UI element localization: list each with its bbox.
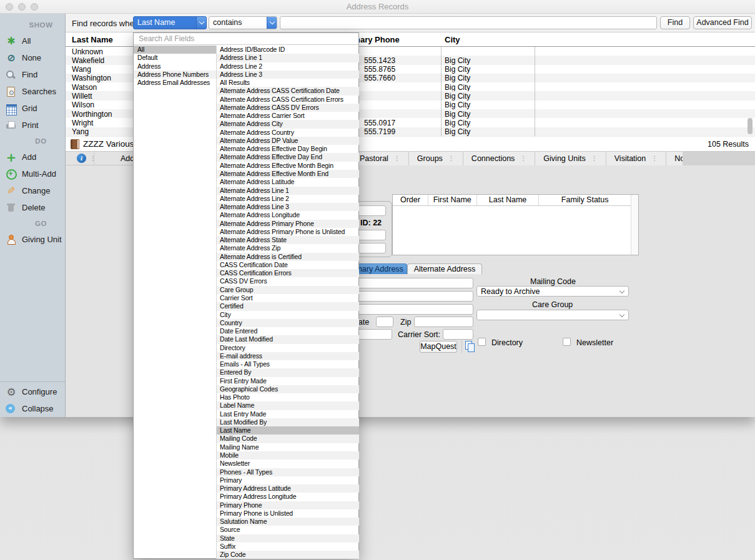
dropdown-field-item[interactable]: Source <box>217 526 359 534</box>
dropdown-field-item[interactable]: Date Entered <box>217 327 359 335</box>
dropdown-field-item[interactable]: Address Line 3 <box>217 71 359 79</box>
results-scrollbar[interactable] <box>747 48 753 135</box>
dropdown-field-item[interactable]: Alternate Address CASS DV Errors <box>217 104 359 112</box>
advanced-find-button[interactable]: Advanced Find <box>693 16 752 29</box>
copy-address-icon[interactable] <box>461 340 474 353</box>
dropdown-field-item[interactable]: First Entry Made <box>217 377 359 385</box>
newsletter-checkbox[interactable] <box>563 338 571 346</box>
members-column-family-status[interactable]: Family Status <box>539 195 631 205</box>
dropdown-category-item[interactable]: Address Email Addresses <box>134 79 216 87</box>
dropdown-field-item[interactable]: Last Entry Made <box>217 410 359 418</box>
dropdown-field-item[interactable]: Mobile <box>217 451 359 459</box>
dropdown-field-item[interactable]: Phones - All Types <box>217 468 359 476</box>
dropdown-field-item[interactable]: Alternate Address Line 2 <box>217 195 359 203</box>
directory-checkbox[interactable] <box>478 338 486 346</box>
dropdown-field-item[interactable]: Salutation Name <box>217 518 359 526</box>
results-scrollbar-thumb[interactable] <box>748 118 753 134</box>
sidebar-item[interactable]: GO <box>0 216 65 231</box>
operator-select[interactable]: contains <box>209 16 277 29</box>
field-select-chevron-icon[interactable] <box>196 17 206 29</box>
dropdown-field-item[interactable]: Newsletter <box>217 459 359 468</box>
dropdown-field-item[interactable]: Zip Code <box>217 551 359 559</box>
dropdown-field-item[interactable]: Care Group <box>217 286 359 294</box>
dropdown-field-item[interactable]: Address ID/Barcode ID <box>217 46 359 54</box>
record-tab[interactable]: Pastoral ⋮ <box>352 152 409 165</box>
dropdown-field-item[interactable]: Alternate Address Effective Month End <box>217 170 359 178</box>
column-header-city[interactable]: City <box>445 35 460 44</box>
sidebar-item[interactable]: Multi-Add <box>0 165 65 182</box>
dropdown-field-item[interactable]: Address Line 2 <box>217 62 359 71</box>
dropdown-search-input[interactable]: Search All Fields <box>134 33 358 45</box>
dropdown-field-item[interactable]: Last Modified By <box>217 418 359 426</box>
sidebar-item[interactable]: Print <box>0 117 65 134</box>
sidebar-item[interactable]: SHOW <box>0 17 65 32</box>
record-tab[interactable]: Giving Units ⋮ <box>535 152 606 165</box>
dropdown-field-item[interactable]: Carrier Sort <box>217 294 359 302</box>
sidebar-footer-item[interactable]: Collapse <box>0 400 65 417</box>
dropdown-field-item[interactable]: Primary <box>217 476 359 484</box>
sidebar-item[interactable]: All <box>0 32 65 49</box>
dropdown-field-item[interactable]: Alternate Address CASS Certification Dat… <box>217 87 359 95</box>
dropdown-field-item[interactable]: CASS Certification Date <box>217 261 359 269</box>
operator-select-chevron-icon[interactable] <box>267 17 277 29</box>
dropdown-field-item[interactable]: Mailing Name <box>217 443 359 451</box>
dropdown-category-item[interactable]: Address <box>134 62 216 71</box>
sidebar-item[interactable]: Giving Unit <box>0 231 65 248</box>
dropdown-field-item[interactable]: Primary Phone <box>217 501 359 509</box>
dropdown-field-item[interactable]: Certified <box>217 302 359 310</box>
members-column-order[interactable]: Order <box>393 195 428 205</box>
address-line-1-field[interactable] <box>341 278 473 288</box>
dropdown-field-item[interactable]: Alternate Address DP Value <box>217 137 359 145</box>
find-button[interactable]: Find <box>660 16 690 29</box>
dropdown-field-item[interactable]: Emails - All Types <box>217 360 359 368</box>
dropdown-field-item[interactable]: Alternate Address CASS Certification Err… <box>217 96 359 104</box>
dropdown-field-item[interactable]: Alternate Address Primary Phone is Unlis… <box>217 228 359 236</box>
dropdown-field-item[interactable]: Alternate Address Country <box>217 129 359 137</box>
dropdown-category-item[interactable]: Address Phone Numbers <box>134 71 216 79</box>
dropdown-field-item[interactable]: Alternate Address Carrier Sort <box>217 112 359 120</box>
sidebar-item[interactable]: None <box>0 49 65 66</box>
record-tab[interactable]: Visitation ⋮ <box>606 152 667 165</box>
dropdown-field-item[interactable]: Has Photo <box>217 393 359 401</box>
dropdown-field-item[interactable]: Alternate Address State <box>217 236 359 244</box>
dropdown-category-item[interactable]: Default <box>134 54 216 62</box>
dropdown-field-item[interactable]: Mailing Code <box>217 435 359 443</box>
dropdown-field-item[interactable]: City <box>217 311 359 319</box>
dropdown-field-item[interactable]: Alternate Address Effective Month Begin <box>217 162 359 170</box>
dropdown-field-item[interactable]: Country <box>217 319 359 327</box>
mailing-code-select[interactable]: Ready to Archive <box>476 286 629 297</box>
dropdown-field-item[interactable]: Entered By <box>217 368 359 376</box>
dropdown-field-item[interactable]: Primary Address Latitude <box>217 484 359 493</box>
dropdown-field-item[interactable]: Alternate Address Longitude <box>217 211 359 219</box>
dropdown-field-item[interactable]: Suffix <box>217 543 359 551</box>
sidebar-footer-item[interactable]: Configure <box>0 383 65 400</box>
sidebar-item[interactable]: Searches <box>0 83 65 100</box>
zip-field[interactable] <box>414 317 473 327</box>
state-field[interactable] <box>376 317 393 327</box>
care-group-select[interactable] <box>476 310 629 320</box>
dropdown-field-item[interactable]: Alternate Address Line 3 <box>217 203 359 211</box>
dropdown-category-item[interactable]: All <box>134 46 216 54</box>
dropdown-field-item[interactable]: Alternate Address Line 1 <box>217 187 359 195</box>
sidebar-item[interactable]: Find <box>0 66 65 83</box>
dropdown-field-item[interactable]: Alternate Address is Certified <box>217 253 359 261</box>
dropdown-field-item[interactable]: Primary Address Longitude <box>217 493 359 501</box>
dropdown-field-item[interactable]: All Results <box>217 79 359 87</box>
dropdown-field-item[interactable]: E-mail address <box>217 352 359 360</box>
members-scrollbar[interactable] <box>631 195 638 255</box>
dropdown-field-item[interactable]: Alternate Address City <box>217 120 359 128</box>
dropdown-field-item[interactable]: Date Last Modified <box>217 335 359 343</box>
address-line-2-field[interactable] <box>341 291 473 302</box>
dropdown-field-item[interactable]: Geographical Codes <box>217 385 359 393</box>
dropdown-field-item[interactable]: Directory <box>217 344 359 352</box>
dropdown-field-item[interactable]: Alternate Address Effective Day End <box>217 153 359 161</box>
dropdown-field-item[interactable]: Alternate Address Zip <box>217 244 359 252</box>
sidebar-item[interactable]: Delete <box>0 199 65 216</box>
column-header-last-name[interactable]: Last Name <box>72 35 113 44</box>
dropdown-field-item[interactable]: Address Line 1 <box>217 54 359 62</box>
carrier-sort-field[interactable] <box>443 329 473 340</box>
mapquest-button[interactable]: MapQuest <box>420 341 457 353</box>
members-column-last-name[interactable]: Last Name <box>477 195 540 205</box>
dropdown-field-item[interactable]: Alternate Address Effective Day Begin <box>217 145 359 153</box>
dropdown-field-item[interactable]: CASS DV Errors <box>217 277 359 285</box>
